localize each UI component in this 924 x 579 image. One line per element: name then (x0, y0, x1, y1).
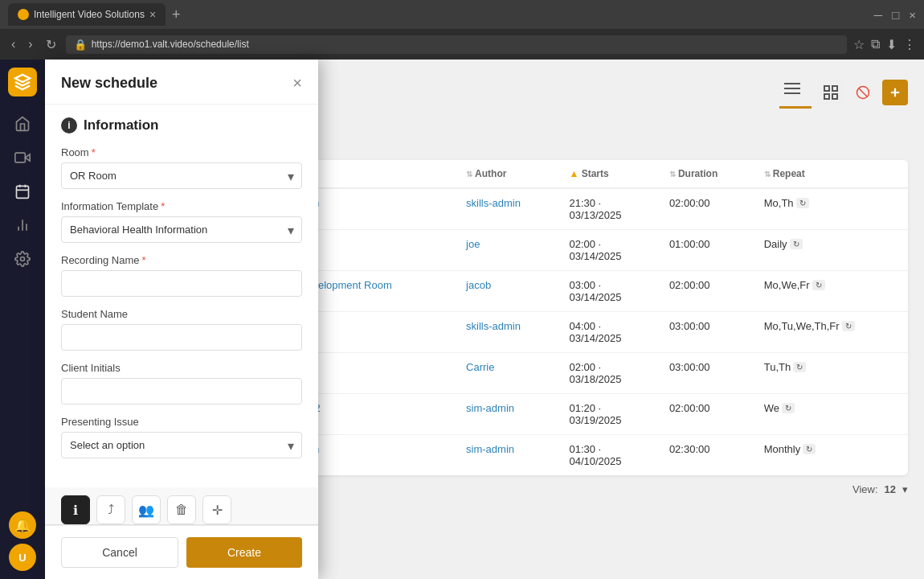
presenting-issue-select-wrapper: Select an option (61, 432, 302, 458)
add-tab-icon: ✛ (212, 503, 223, 518)
create-button[interactable]: Create (186, 537, 302, 568)
author-link[interactable]: jacob (466, 279, 491, 291)
sidebar-avatar[interactable]: U (9, 544, 36, 571)
info-template-required: * (161, 200, 165, 212)
author-link[interactable]: skills-admin (466, 320, 521, 332)
active-indicator (779, 106, 812, 109)
cell-starts: 01:30 ·04/10/2025 (559, 435, 659, 476)
cell-duration: 03:00:00 (660, 353, 754, 394)
tab-delete[interactable]: 🗑 (167, 495, 196, 524)
menu-lines-button[interactable] (779, 76, 805, 101)
col-starts: ▲ Starts (559, 160, 659, 188)
cell-repeat: Mo,Th ↻ (754, 188, 908, 230)
room-label: Room * (61, 146, 302, 158)
room-select-wrapper: OR Room (61, 162, 302, 189)
repeat-icon: ↻ (782, 403, 795, 413)
author-link[interactable]: sim-admin (466, 402, 514, 414)
col-repeat: ⇅Repeat (754, 160, 908, 188)
svg-rect-13 (832, 86, 837, 91)
cell-repeat: Mo,Tu,We,Th,Fr ↻ (754, 312, 908, 353)
cell-author: Carrie (456, 353, 559, 394)
room-required: * (92, 146, 96, 158)
info-template-select-wrapper: Behavioral Health Information (61, 216, 302, 243)
author-link[interactable]: Carrie (466, 361, 494, 373)
sidebar-item-schedule[interactable] (8, 177, 37, 206)
sidebar-notifications[interactable]: 🔔 (9, 511, 36, 539)
url-text: https://demo1.valt.video/schedule/list (92, 39, 249, 50)
recording-name-required: * (142, 254, 146, 266)
grid-view-button[interactable] (818, 80, 844, 105)
tab-close-icon[interactable]: × (149, 8, 156, 21)
col-duration: ⇅Duration (660, 160, 754, 188)
cell-author: jacob (456, 271, 559, 312)
sidebar-item-analytics[interactable] (8, 211, 37, 240)
new-tab-button[interactable]: + (172, 6, 181, 23)
download-icon[interactable]: ⬇ (886, 37, 897, 52)
cancel-button[interactable]: Cancel (61, 537, 178, 568)
tab-people[interactable]: 👥 (132, 495, 161, 524)
cell-author: skills-admin (456, 312, 559, 353)
add-schedule-button[interactable] (882, 80, 908, 105)
sidebar-item-settings[interactable] (8, 244, 37, 273)
author-link[interactable]: joe (466, 238, 480, 250)
recording-name-input[interactable] (61, 270, 302, 297)
repeat-icon: ↻ (790, 239, 803, 249)
cell-duration: 03:00:00 (660, 312, 754, 353)
modal-body: i Information Room * OR Room Information… (45, 105, 318, 487)
cell-author: skills-admin (456, 188, 559, 230)
menu-icon[interactable]: ⋮ (903, 37, 916, 52)
author-link[interactable]: sim-admin (466, 443, 514, 455)
svg-line-17 (859, 88, 868, 96)
cell-duration: 02:30:00 (660, 435, 754, 476)
student-name-field: Student Name (61, 308, 302, 351)
info-template-field: Information Template * Behavioral Health… (61, 200, 302, 243)
student-name-input[interactable] (61, 324, 302, 351)
maximize-icon[interactable]: □ (892, 8, 899, 22)
repeat-text: Mo,Tu,We,Th,Fr (764, 320, 840, 332)
forward-button[interactable]: › (25, 34, 35, 55)
cell-starts: 03:00 ·03/14/2025 (559, 271, 659, 312)
cell-repeat: Mo,We,Fr ↻ (754, 271, 908, 312)
reload-button[interactable]: ↻ (43, 34, 59, 55)
url-bar[interactable]: 🔒 https://demo1.valt.video/schedule/list (66, 35, 847, 54)
cell-starts: 21:30 ·03/13/2025 (559, 188, 659, 230)
cell-duration: 02:00:00 (660, 271, 754, 312)
cell-repeat: Tu,Th ↻ (754, 353, 908, 394)
svg-point-8 (21, 257, 25, 261)
svg-rect-14 (824, 94, 829, 99)
modal-title: New schedule (61, 75, 157, 92)
browser-tab[interactable]: Intelligent Video Solutions × (8, 3, 166, 26)
room-select[interactable]: OR Room (61, 162, 302, 189)
sidebar-item-home[interactable] (8, 109, 37, 138)
close-window-icon[interactable]: × (909, 8, 916, 22)
modal-close-button[interactable]: × (292, 74, 302, 92)
info-template-select[interactable]: Behavioral Health Information (61, 216, 302, 243)
sidebar-item-camera[interactable] (8, 143, 37, 172)
share-tab-icon: ⤴ (108, 503, 114, 517)
client-initials-label: Client Initials (61, 362, 302, 374)
cell-author: sim-admin (456, 394, 559, 435)
repeat-icon: ↻ (803, 444, 816, 454)
cell-starts: 02:00 ·03/18/2025 (559, 353, 659, 394)
tab-add[interactable]: ✛ (202, 495, 231, 524)
tab-favicon (18, 9, 29, 20)
repeat-text: Daily (764, 238, 787, 250)
block-button[interactable] (850, 80, 876, 105)
cell-starts: 01:20 ·03/19/2025 (559, 394, 659, 435)
svg-rect-1 (17, 186, 29, 198)
bookmark-icon[interactable]: ☆ (853, 37, 865, 52)
author-link[interactable]: skills-admin (466, 197, 521, 209)
header-actions (779, 76, 908, 109)
extensions-icon[interactable]: ⧉ (871, 37, 880, 52)
repeat-icon: ↻ (812, 280, 825, 290)
view-dropdown-icon[interactable]: ▾ (902, 483, 908, 495)
tab-info[interactable]: ℹ (61, 495, 90, 524)
info-icon: i (61, 117, 77, 133)
back-button[interactable]: ‹ (8, 34, 18, 55)
minimize-icon[interactable]: ─ (874, 8, 883, 22)
client-initials-input[interactable] (61, 378, 302, 404)
tab-share[interactable]: ⤴ (96, 495, 125, 524)
presenting-issue-select[interactable]: Select an option (61, 432, 302, 458)
cell-repeat: Monthly ↻ (754, 435, 908, 476)
repeat-icon: ↻ (796, 198, 809, 208)
